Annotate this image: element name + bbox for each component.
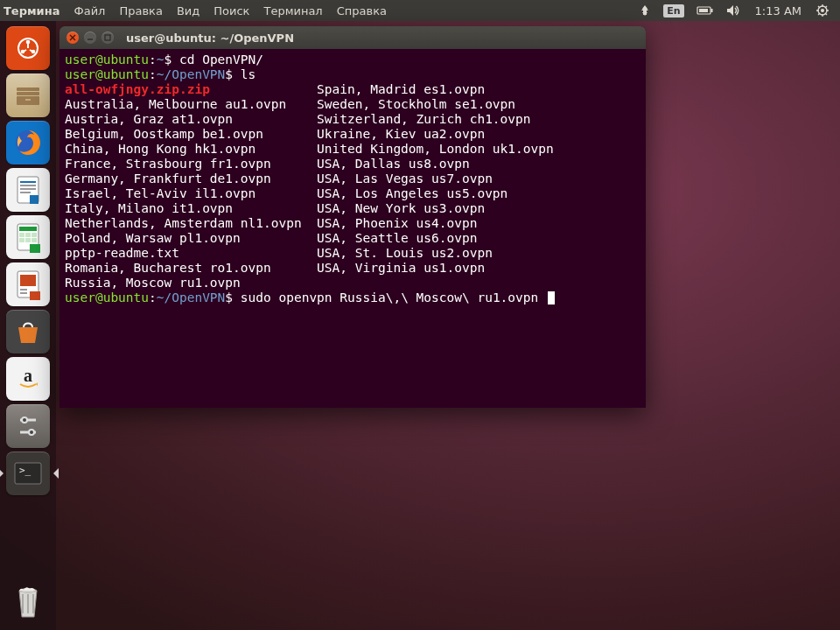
session-indicator-icon[interactable] bbox=[810, 4, 835, 17]
terminal-line: Italy, Milano it1.ovpn USA, New York us3… bbox=[65, 201, 640, 216]
menu-help[interactable]: Справка bbox=[330, 4, 394, 18]
terminal-icon[interactable]: >_ bbox=[6, 452, 50, 495]
svg-rect-22 bbox=[19, 227, 37, 231]
svg-point-7 bbox=[26, 40, 31, 45]
terminal-line: China, Hong Kong hk1.ovpn United Kingdom… bbox=[65, 142, 640, 157]
clock[interactable]: 1:13 AM bbox=[746, 4, 810, 18]
window-title: user@ubuntu: ~/OpenVPN bbox=[126, 32, 294, 45]
svg-rect-29 bbox=[30, 244, 40, 253]
language-indicator[interactable]: En bbox=[657, 4, 690, 18]
firefox-icon[interactable] bbox=[6, 121, 50, 164]
svg-rect-31 bbox=[20, 275, 36, 286]
settings-icon[interactable] bbox=[6, 404, 50, 448]
svg-rect-33 bbox=[20, 292, 27, 294]
terminal-line: Poland, Warsaw pl1.ovpn USA, Seattle us6… bbox=[65, 231, 640, 246]
unity-launcher: a >_ bbox=[0, 21, 56, 630]
impress-icon[interactable] bbox=[6, 262, 50, 306]
svg-rect-10 bbox=[17, 88, 39, 91]
menu-edit[interactable]: Правка bbox=[112, 4, 169, 18]
svg-rect-27 bbox=[25, 238, 31, 242]
svg-rect-18 bbox=[20, 188, 36, 190]
files-icon[interactable] bbox=[6, 74, 50, 117]
terminal-line: user@ubuntu:~/OpenVPN$ ls bbox=[65, 67, 640, 82]
dash-icon[interactable] bbox=[6, 26, 50, 70]
terminal-line: Romania, Bucharest ro1.ovpn USA, Virgini… bbox=[65, 261, 640, 276]
svg-rect-3 bbox=[699, 9, 708, 12]
menu-search[interactable]: Поиск bbox=[206, 4, 256, 18]
svg-rect-25 bbox=[32, 233, 37, 237]
terminal-line: Israel, Tel-Aviv il1.ovpn USA, Los Angel… bbox=[65, 186, 640, 201]
window-titlebar[interactable]: user@ubuntu: ~/OpenVPN bbox=[60, 26, 646, 49]
app-name: Термина bbox=[0, 4, 66, 18]
terminal-line: all-owfjngy.zip.zip Spain, Madrid es1.ov… bbox=[65, 82, 640, 97]
terminal-window: user@ubuntu: ~/OpenVPN user@ubuntu:~$ cd… bbox=[60, 26, 646, 408]
terminal-line: France, Strasbourg fr1.ovpn USA, Dallas … bbox=[65, 157, 640, 172]
svg-rect-13 bbox=[25, 99, 31, 101]
terminal-line: Russia, Moscow ru1.ovpn bbox=[65, 276, 640, 290]
svg-rect-34 bbox=[30, 291, 40, 300]
svg-text:>_: >_ bbox=[19, 465, 32, 476]
maximize-icon[interactable] bbox=[102, 32, 114, 44]
cursor bbox=[548, 291, 555, 304]
svg-rect-28 bbox=[32, 238, 37, 242]
writer-icon[interactable] bbox=[6, 168, 50, 212]
battery-indicator-icon[interactable] bbox=[690, 5, 720, 16]
sound-indicator-icon[interactable] bbox=[720, 4, 746, 17]
terminal-body[interactable]: user@ubuntu:~$ cd OpenVPN/user@ubuntu:~/… bbox=[60, 49, 646, 408]
terminal-line: pptp-readme.txt USA, St. Louis us2.ovpn bbox=[65, 246, 640, 261]
terminal-line: Belgium, Oostkamp be1.ovpn Ukraine, Kiev… bbox=[65, 127, 640, 142]
network-indicator-icon[interactable] bbox=[633, 4, 657, 17]
svg-rect-24 bbox=[25, 233, 31, 237]
terminal-line: Australia, Melbourne au1.ovpn Sweden, St… bbox=[65, 97, 640, 112]
terminal-line: Netherlands, Amsterdam nl1.ovpn USA, Pho… bbox=[65, 216, 640, 231]
terminal-line: user@ubuntu:~$ cd OpenVPN/ bbox=[65, 52, 640, 67]
terminal-line: Austria, Graz at1.ovpn Switzerland, Zuri… bbox=[65, 112, 640, 127]
svg-rect-17 bbox=[20, 185, 36, 186]
minimize-icon[interactable] bbox=[84, 32, 96, 44]
svg-rect-19 bbox=[20, 192, 31, 193]
svg-point-38 bbox=[29, 430, 34, 435]
amazon-icon[interactable]: a bbox=[6, 357, 50, 401]
terminal-line: user@ubuntu:~/OpenVPN$ sudo openvpn Russ… bbox=[65, 290, 640, 305]
close-icon[interactable] bbox=[66, 32, 79, 44]
menu-terminal[interactable]: Терминал bbox=[256, 4, 329, 18]
svg-rect-16 bbox=[20, 181, 36, 183]
svg-rect-11 bbox=[17, 92, 39, 95]
svg-rect-20 bbox=[30, 195, 38, 204]
svg-point-5 bbox=[821, 9, 824, 12]
svg-rect-32 bbox=[20, 289, 27, 290]
software-center-icon[interactable] bbox=[6, 310, 50, 354]
top-menubar: Термина Файл Правка Вид Поиск Терминал С… bbox=[0, 0, 840, 21]
calc-icon[interactable] bbox=[6, 215, 50, 259]
menu-file[interactable]: Файл bbox=[66, 4, 112, 18]
trash-icon[interactable] bbox=[6, 579, 50, 623]
svg-text:a: a bbox=[24, 366, 32, 385]
svg-rect-2 bbox=[710, 9, 712, 12]
svg-rect-42 bbox=[105, 35, 110, 40]
terminal-line: Germany, Frankfurt de1.ovpn USA, Las Veg… bbox=[65, 172, 640, 186]
menu-view[interactable]: Вид bbox=[170, 4, 206, 18]
svg-rect-26 bbox=[19, 238, 24, 242]
svg-rect-23 bbox=[19, 233, 24, 237]
svg-point-37 bbox=[22, 417, 27, 423]
